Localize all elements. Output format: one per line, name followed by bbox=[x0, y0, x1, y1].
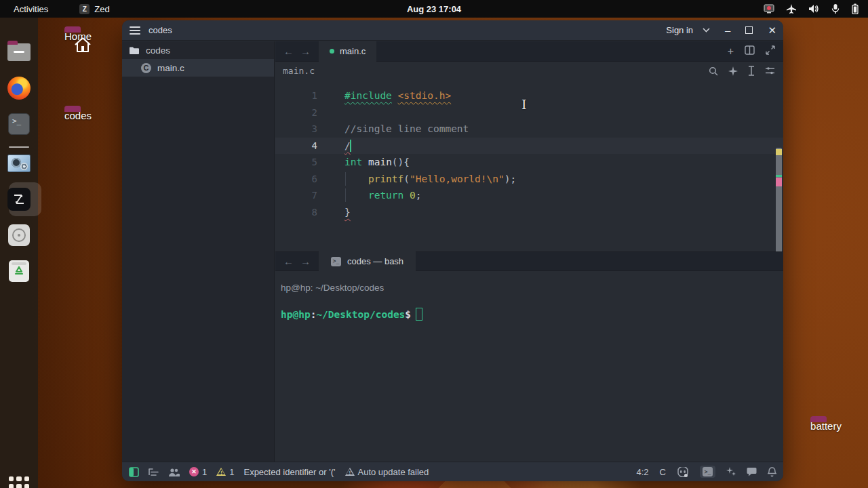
line-text: int main(){ bbox=[317, 157, 410, 167]
breadcrumb[interactable]: main.c bbox=[283, 66, 315, 76]
warning-counter[interactable]: ! 1 bbox=[216, 467, 234, 477]
new-tab-icon[interactable]: + bbox=[728, 45, 734, 58]
editor-settings-icon[interactable] bbox=[765, 66, 775, 75]
code-line-7[interactable]: 7 return 0; bbox=[275, 187, 783, 204]
sign-in-button[interactable]: Sign in bbox=[666, 25, 710, 35]
warning-count: 1 bbox=[229, 467, 234, 477]
error-counter[interactable]: ✕ 1 bbox=[189, 467, 207, 477]
update-warning-icon: ! bbox=[345, 468, 355, 476]
dock: >_ bbox=[0, 18, 38, 488]
terminal-prompt: hp@hp:~/Desktop/codes$ bbox=[281, 309, 411, 320]
search-icon[interactable] bbox=[709, 66, 718, 76]
editor-scrollbar[interactable] bbox=[776, 148, 782, 265]
collab-panel-icon[interactable] bbox=[168, 468, 180, 476]
line-text: } bbox=[317, 207, 351, 218]
assistant-sparkle-icon[interactable] bbox=[726, 467, 736, 476]
terminal-nav-back-icon[interactable]: ← bbox=[283, 256, 294, 267]
menu-hamburger-icon[interactable] bbox=[130, 26, 140, 35]
line-text: return 0; bbox=[317, 190, 422, 201]
close-button[interactable]: ✕ bbox=[768, 25, 776, 35]
desktop-icon-battery[interactable]: battery bbox=[795, 420, 856, 432]
outline-panel-icon[interactable] bbox=[149, 468, 159, 476]
notifications-bell-icon[interactable] bbox=[768, 467, 776, 477]
terminal-pane[interactable]: hp@hp: ~/Desktop/codes hp@hp:~/Desktop/c… bbox=[275, 271, 783, 462]
chat-icon[interactable] bbox=[747, 467, 757, 476]
screen-record-indicator-icon[interactable] bbox=[764, 4, 774, 14]
project-root-label: codes bbox=[146, 45, 170, 56]
zed-window: codes Sign in – ✕ codes C main.c ← → bbox=[122, 20, 783, 481]
clock[interactable]: Aug 23 17:04 bbox=[407, 4, 461, 14]
dock-firefox-icon[interactable] bbox=[6, 75, 32, 101]
project-panel-toggle-icon[interactable] bbox=[129, 467, 139, 477]
minimize-button[interactable]: – bbox=[725, 25, 730, 35]
terminal-tab-label: codes — bash bbox=[347, 256, 403, 266]
folder-open-icon bbox=[129, 46, 140, 55]
airplane-mode-icon[interactable] bbox=[786, 3, 797, 14]
update-status[interactable]: ! Auto update failed bbox=[345, 467, 429, 477]
microphone-icon[interactable] bbox=[831, 3, 840, 14]
update-message: Auto update failed bbox=[358, 467, 429, 477]
volume-icon[interactable] bbox=[808, 4, 819, 14]
project-file-row[interactable]: C main.c bbox=[122, 59, 274, 77]
show-applications-button[interactable] bbox=[9, 476, 29, 488]
line-number: 1 bbox=[275, 90, 317, 101]
cursor-position[interactable]: 4:2 bbox=[637, 467, 649, 477]
scrollbar-error-mark bbox=[776, 178, 782, 186]
diagnostic-message[interactable]: Expected identifier or '(' bbox=[243, 467, 335, 477]
line-number: 3 bbox=[275, 123, 317, 134]
line-number: 7 bbox=[275, 190, 317, 201]
line-number: 6 bbox=[275, 174, 317, 184]
text-cursor-icon[interactable] bbox=[748, 66, 755, 76]
error-icon: ✕ bbox=[189, 467, 199, 476]
terminal-tab-bar: ← → >_ codes — bash bbox=[275, 251, 783, 271]
warning-icon: ! bbox=[216, 468, 226, 476]
dock-disks-icon[interactable] bbox=[6, 222, 32, 248]
language-selector[interactable]: C bbox=[660, 467, 666, 477]
terminal-tab[interactable]: >_ codes — bash bbox=[319, 251, 416, 271]
dock-terminal-icon[interactable]: >_ bbox=[6, 111, 32, 137]
breadcrumb-bar: main.c bbox=[275, 62, 783, 80]
dock-separator bbox=[9, 146, 29, 148]
code-line-6[interactable]: 6 printf("Hello,world!\n"); bbox=[275, 171, 783, 188]
code-line-5[interactable]: 5int main(){ bbox=[275, 154, 783, 171]
dock-videos-icon[interactable] bbox=[6, 150, 32, 176]
split-pane-icon[interactable] bbox=[745, 45, 755, 55]
dock-files-icon[interactable] bbox=[6, 39, 32, 65]
project-file-label: main.c bbox=[157, 63, 184, 73]
zed-app-icon: Z bbox=[79, 4, 90, 14]
scrollbar-warning-mark bbox=[776, 149, 782, 155]
focused-app-menu[interactable]: Z Zed bbox=[79, 4, 109, 14]
code-line-1[interactable]: 1#include <stdio.h> bbox=[275, 87, 783, 104]
editor-pane[interactable]: 1#include <stdio.h>23//single line comme… bbox=[275, 80, 783, 251]
inline-assist-sparkle-icon[interactable] bbox=[728, 66, 738, 76]
dock-zed-icon[interactable] bbox=[6, 186, 32, 212]
battery-icon[interactable] bbox=[852, 3, 859, 14]
maximize-button[interactable] bbox=[745, 26, 753, 34]
code-line-3[interactable]: 3//single line comment bbox=[275, 121, 783, 138]
nav-back-icon[interactable]: ← bbox=[283, 45, 294, 57]
window-title-bar[interactable]: codes Sign in – ✕ bbox=[122, 20, 783, 41]
zoom-pane-icon[interactable] bbox=[766, 45, 775, 55]
code-lines: 1#include <stdio.h>23//single line comme… bbox=[275, 87, 783, 220]
line-number: 2 bbox=[275, 107, 317, 118]
error-count: 1 bbox=[202, 467, 207, 477]
terminal-nav-forward-icon[interactable]: → bbox=[300, 256, 311, 267]
editor-tab-main-c[interactable]: main.c bbox=[319, 41, 376, 62]
chevron-down-icon bbox=[703, 28, 710, 33]
top-bar: Activities Z Zed Aug 23 17:04 bbox=[0, 0, 868, 18]
code-line-2[interactable]: 2 bbox=[275, 104, 783, 121]
terminal-toggle-icon[interactable]: >_ bbox=[700, 466, 715, 478]
code-line-8[interactable]: 8} bbox=[275, 204, 783, 221]
line-text: //single line comment bbox=[317, 123, 469, 134]
project-root-row[interactable]: codes bbox=[122, 41, 274, 59]
desktop-icon-home[interactable]: Home bbox=[47, 30, 108, 42]
dock-trash-icon[interactable] bbox=[6, 258, 32, 284]
nav-forward-icon[interactable]: → bbox=[300, 45, 311, 57]
copilot-icon[interactable] bbox=[677, 467, 689, 477]
project-panel: codes C main.c bbox=[122, 41, 275, 462]
unsaved-dot-icon bbox=[330, 49, 334, 54]
code-line-4[interactable]: 4/ bbox=[275, 138, 783, 155]
line-number: 8 bbox=[275, 207, 317, 218]
activities-button[interactable]: Activities bbox=[14, 4, 48, 14]
desktop-icon-codes[interactable]: codes bbox=[47, 110, 108, 121]
